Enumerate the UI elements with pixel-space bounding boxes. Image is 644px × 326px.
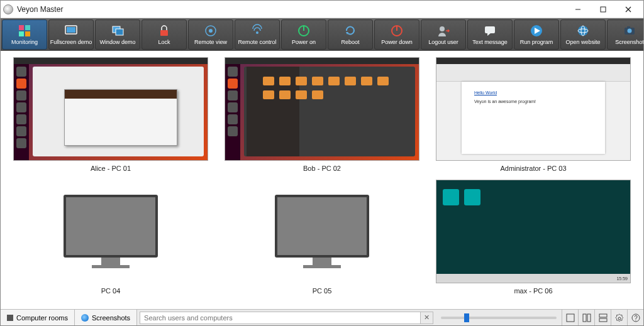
computer-caption: Alice - PC 01 xyxy=(91,165,131,172)
logout-user-icon xyxy=(436,24,450,38)
screen-thumbnail: Hello WorldVeyon is an awesome program! xyxy=(436,57,631,161)
computer-caption: max - PC 06 xyxy=(514,287,552,295)
text-message-icon xyxy=(483,24,497,38)
window-title: Veyon Master xyxy=(17,5,565,14)
svg-rect-32 xyxy=(567,314,574,322)
tab-screenshots-label: Screenshots xyxy=(92,314,130,322)
toolbar-power-down-button[interactable]: Power down xyxy=(374,19,419,50)
computer-cell[interactable]: Bob - PC 02 xyxy=(221,57,423,172)
toolbar-reboot-button[interactable]: Reboot xyxy=(328,19,373,50)
computer-cell[interactable]: 15:59max - PC 06 xyxy=(432,180,635,295)
svg-rect-4 xyxy=(19,25,24,30)
toolbar-logout-user-label: Logout user xyxy=(428,39,458,45)
toolbar-power-on-label: Power on xyxy=(292,39,316,45)
zoom-slider[interactable] xyxy=(441,317,557,319)
power-on-icon xyxy=(297,24,311,38)
svg-rect-9 xyxy=(67,27,75,33)
svg-point-14 xyxy=(209,29,213,33)
computer-caption: PC 05 xyxy=(313,287,332,295)
svg-rect-34 xyxy=(587,314,591,322)
tab-screenshots[interactable]: Screenshots xyxy=(75,310,137,325)
run-program-icon xyxy=(530,24,543,38)
svg-text:?: ? xyxy=(634,315,638,322)
toolbar-text-message-label: Text message xyxy=(472,39,508,45)
svg-rect-6 xyxy=(19,31,24,36)
computer-cell[interactable]: PC 05 xyxy=(221,180,423,295)
computer-grid-area: Alice - PC 01Bob - PC 02Hello WorldVeyon… xyxy=(1,51,643,309)
toolbar-monitoring-button[interactable]: Monitoring xyxy=(2,19,47,50)
search-input[interactable] xyxy=(140,312,421,324)
svg-point-15 xyxy=(256,31,258,34)
toolbar-window-demo-button[interactable]: Window demo xyxy=(95,19,140,50)
view-adjust-button[interactable] xyxy=(578,310,594,325)
svg-point-30 xyxy=(628,29,632,33)
rooms-icon xyxy=(7,315,13,321)
computer-cell[interactable]: Hello WorldVeyon is an awesome program!A… xyxy=(432,57,635,172)
toolbar-run-program-button[interactable]: Run program xyxy=(514,19,559,50)
clear-search-button[interactable]: ✕ xyxy=(421,312,433,324)
toolbar-fullscreen-demo-button[interactable]: Fullscreen demo xyxy=(48,19,94,50)
svg-marker-37 xyxy=(615,313,623,321)
settings-button[interactable] xyxy=(611,310,627,325)
view-standard-button[interactable] xyxy=(562,310,578,325)
monitoring-icon xyxy=(18,24,31,38)
toolbar-screenshot-button[interactable]: Screenshot xyxy=(607,19,644,50)
titlebar: Veyon Master xyxy=(1,1,643,18)
toolbar-remote-control-button[interactable]: Remote control xyxy=(235,19,280,50)
svg-rect-35 xyxy=(599,314,607,317)
toolbar-monitoring-label: Monitoring xyxy=(11,39,38,45)
tab-computer-rooms[interactable]: Computer rooms xyxy=(1,310,75,325)
toolbar-window-demo-label: Window demo xyxy=(99,39,135,45)
toolbar-open-website-button[interactable]: Open website xyxy=(560,19,606,50)
toolbar-fullscreen-demo-label: Fullscreen demo xyxy=(50,39,92,45)
open-website-icon xyxy=(576,24,590,38)
toolbar-power-down-label: Power down xyxy=(381,39,413,45)
toolbar-open-website-label: Open website xyxy=(565,39,600,45)
view-fit-button[interactable] xyxy=(594,310,611,325)
toolbar-lock-button[interactable]: Lock xyxy=(142,19,187,50)
fullscreen-demo-icon xyxy=(64,24,78,38)
status-bar: Computer rooms Screenshots ✕ ? xyxy=(1,309,643,325)
svg-rect-1 xyxy=(601,7,606,12)
maximize-button[interactable] xyxy=(591,1,616,18)
toolbar-run-program-label: Run program xyxy=(520,39,553,45)
main-toolbar: MonitoringFullscreen demoWindow demoLock… xyxy=(1,18,643,51)
minimize-button[interactable] xyxy=(565,1,591,18)
computer-cell[interactable]: PC 04 xyxy=(9,180,212,295)
toolbar-remote-view-button[interactable]: Remote view xyxy=(188,19,233,50)
window-demo-icon xyxy=(111,24,125,38)
screenshots-icon xyxy=(81,314,89,322)
svg-rect-5 xyxy=(25,25,30,30)
screenshot-icon xyxy=(623,24,636,38)
zoom-slider-area xyxy=(436,310,562,325)
screen-thumbnail xyxy=(225,57,419,161)
toolbar-lock-label: Lock xyxy=(158,39,170,45)
toolbar-logout-user-button[interactable]: Logout user xyxy=(421,19,466,50)
svg-rect-11 xyxy=(116,29,123,35)
remote-view-icon xyxy=(204,24,218,38)
svg-rect-36 xyxy=(599,318,607,322)
svg-rect-33 xyxy=(583,314,586,322)
screen-thumbnail xyxy=(13,57,208,161)
tab-computer-rooms-label: Computer rooms xyxy=(16,314,68,322)
toolbar-power-on-button[interactable]: Power on xyxy=(281,19,326,50)
computer-caption: PC 04 xyxy=(101,287,121,295)
close-button[interactable] xyxy=(616,1,641,18)
svg-rect-22 xyxy=(485,26,495,33)
offline-monitor-icon xyxy=(13,180,208,283)
toolbar-remote-view-label: Remote view xyxy=(194,39,227,45)
lock-icon xyxy=(157,24,171,38)
screen-thumbnail: 15:59 xyxy=(436,180,631,283)
svg-rect-7 xyxy=(25,31,30,36)
toolbar-screenshot-label: Screenshot xyxy=(615,39,644,45)
svg-point-38 xyxy=(618,317,621,320)
remote-control-icon xyxy=(250,24,264,38)
computer-cell[interactable]: Alice - PC 01 xyxy=(9,57,212,172)
toolbar-remote-control-label: Remote control xyxy=(238,39,276,45)
about-button[interactable]: ? xyxy=(627,310,643,325)
power-down-icon xyxy=(390,24,404,38)
toolbar-text-message-button[interactable]: Text message xyxy=(467,19,513,50)
svg-point-21 xyxy=(440,26,445,31)
svg-rect-31 xyxy=(627,26,630,28)
offline-monitor-icon xyxy=(225,180,419,283)
